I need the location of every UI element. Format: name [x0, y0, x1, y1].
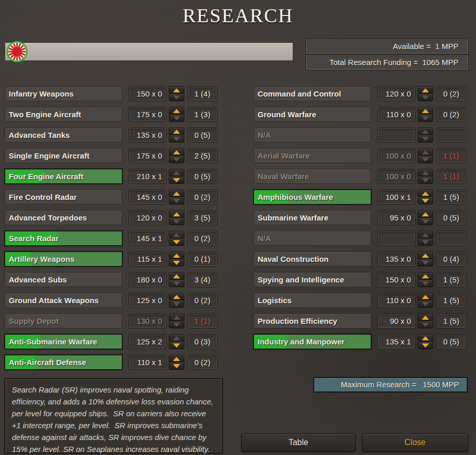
investment-spinner: [169, 355, 184, 369]
arrow-down-icon: [173, 281, 180, 286]
investment-spinner: [418, 128, 433, 142]
research-item-label: Naval Warfare: [254, 169, 371, 183]
increase-investment-button[interactable]: [169, 128, 184, 135]
increase-investment-button[interactable]: [169, 273, 184, 279]
research-item-label[interactable]: Advanced Subs: [5, 273, 122, 287]
research-level-value: 1 (3): [188, 107, 217, 121]
increase-investment-button[interactable]: [418, 335, 433, 341]
research-item-label[interactable]: Two Engine Aircraft: [5, 107, 122, 121]
increase-investment-button[interactable]: [418, 87, 433, 93]
increase-investment-button: [169, 314, 184, 321]
research-item-label[interactable]: Advanced Tanks: [5, 128, 122, 142]
research-level-value: 1 (4): [188, 87, 217, 101]
research-item-label[interactable]: Artillery Weapons: [5, 252, 122, 266]
research-item-label[interactable]: Ground Warfare: [254, 107, 371, 121]
investment-cost-value: 180 x 0: [129, 273, 166, 287]
research-item-label[interactable]: Anti-Submarine Warfare: [5, 335, 122, 349]
increase-investment-button[interactable]: [169, 107, 184, 114]
research-level-value: [437, 231, 466, 245]
research-item-label[interactable]: Single Engine Aircraft: [5, 149, 122, 163]
investment-cost-value: 135 x 0: [378, 252, 415, 266]
arrow-up-icon: [173, 109, 180, 113]
increase-investment-button[interactable]: [418, 107, 433, 114]
investment-spinner: [418, 231, 433, 245]
decrease-investment-button[interactable]: [418, 197, 433, 204]
arrow-up-icon: [173, 212, 180, 216]
increase-investment-button[interactable]: [418, 211, 433, 217]
research-row-n-a: N/A: [254, 231, 466, 245]
increase-investment-button[interactable]: [418, 252, 433, 259]
research-row-anti-aircraft-defense: Anti-Aircraft Defense110 x 10 (2): [5, 355, 217, 369]
arrow-up-icon: [422, 88, 429, 92]
research-item-label[interactable]: Spying and Intelligence: [254, 273, 371, 287]
increase-investment-button[interactable]: [169, 190, 184, 197]
research-level-value: 0 (2): [188, 190, 217, 204]
research-level-value: 0 (5): [437, 335, 466, 349]
research-item-label[interactable]: Advanced Torpedoes: [5, 211, 122, 225]
decrease-investment-button[interactable]: [169, 342, 184, 349]
increase-investment-button[interactable]: [169, 252, 184, 259]
arrow-down-icon: [173, 364, 180, 368]
increase-investment-button[interactable]: [418, 273, 433, 279]
arrow-up-icon: [422, 150, 429, 154]
investment-cost-value: 175 x 0: [129, 107, 166, 121]
research-item-label[interactable]: Naval Construction: [254, 252, 371, 266]
decrease-investment-button[interactable]: [418, 342, 433, 349]
research-row-fire-control-radar: Fire Control Radar145 x 00 (2): [5, 190, 217, 204]
research-row-two-engine-aircraft: Two Engine Aircraft175 x 01 (3): [5, 107, 217, 121]
increase-investment-button[interactable]: [418, 293, 433, 300]
research-level-value: 0 (2): [188, 355, 217, 369]
table-button[interactable]: Table: [242, 434, 355, 451]
arrow-up-icon: [422, 274, 429, 278]
decrease-investment-button[interactable]: [169, 239, 184, 245]
investment-spinner: [418, 335, 433, 349]
increase-investment-button[interactable]: [169, 293, 184, 300]
research-level-value: 3 (5): [188, 211, 217, 225]
research-row-submarine-warfare: Submarine Warfare95 x 00 (5): [254, 211, 466, 225]
arrow-down-icon: [173, 137, 180, 141]
research-item-label[interactable]: Infantry Weapons: [5, 87, 122, 101]
increase-investment-button[interactable]: [418, 190, 433, 197]
research-row-command-and-control: Command and Control120 x 00 (2): [254, 87, 466, 101]
research-item-label[interactable]: Amphibious Warfare: [254, 190, 371, 204]
investment-spinner: [418, 314, 433, 328]
investment-cost-value: [378, 128, 415, 142]
research-row-single-engine-aircraft: Single Engine Aircraft175 x 02 (5): [5, 149, 217, 163]
decrease-investment-button[interactable]: [169, 363, 184, 369]
close-button[interactable]: Close: [362, 434, 468, 451]
research-item-label[interactable]: Fire Control Radar: [5, 190, 122, 204]
research-item-label[interactable]: Submarine Warfare: [254, 211, 371, 225]
research-row-ground-warfare: Ground Warfare110 x 00 (2): [254, 107, 466, 121]
research-item-label[interactable]: Production Efficiency: [254, 314, 371, 328]
research-item-label[interactable]: Search Radar: [5, 231, 122, 245]
arrow-down-icon: [422, 261, 429, 265]
arrow-down-icon: [422, 323, 429, 327]
research-level-value: 0 (1): [188, 252, 217, 266]
research-item-label[interactable]: Anti-Aircraft Defense: [5, 355, 122, 369]
increase-investment-button[interactable]: [418, 314, 433, 321]
increase-investment-button[interactable]: [169, 211, 184, 217]
investment-cost-value: 95 x 0: [378, 211, 415, 225]
increase-investment-button[interactable]: [169, 87, 184, 93]
decrease-investment-button[interactable]: [169, 259, 184, 266]
decrease-investment-button[interactable]: [169, 177, 184, 183]
investment-spinner: [169, 107, 184, 121]
research-item-label[interactable]: Ground Attack Weapons: [5, 293, 122, 307]
research-level-value: 1 (5): [437, 190, 466, 204]
arrow-up-icon: [422, 295, 429, 299]
arrow-up-icon: [173, 274, 180, 278]
research-item-label[interactable]: Industry and Manpower: [254, 335, 371, 349]
research-item-label[interactable]: Command and Control: [254, 87, 371, 101]
increase-investment-button[interactable]: [169, 355, 184, 362]
increase-investment-button[interactable]: [169, 149, 184, 155]
decrease-investment-button: [418, 259, 433, 266]
research-level-value: 0 (5): [437, 211, 466, 225]
investment-spinner: [169, 87, 184, 101]
arrow-down-icon: [173, 116, 180, 120]
research-item-label[interactable]: Logistics: [254, 293, 371, 307]
increase-investment-button: [418, 149, 433, 155]
arrow-down-icon: [173, 178, 180, 182]
research-item-label[interactable]: Four Engine Aircraft: [5, 169, 122, 183]
decrease-investment-button: [418, 135, 433, 142]
increase-investment-button: [169, 335, 184, 341]
